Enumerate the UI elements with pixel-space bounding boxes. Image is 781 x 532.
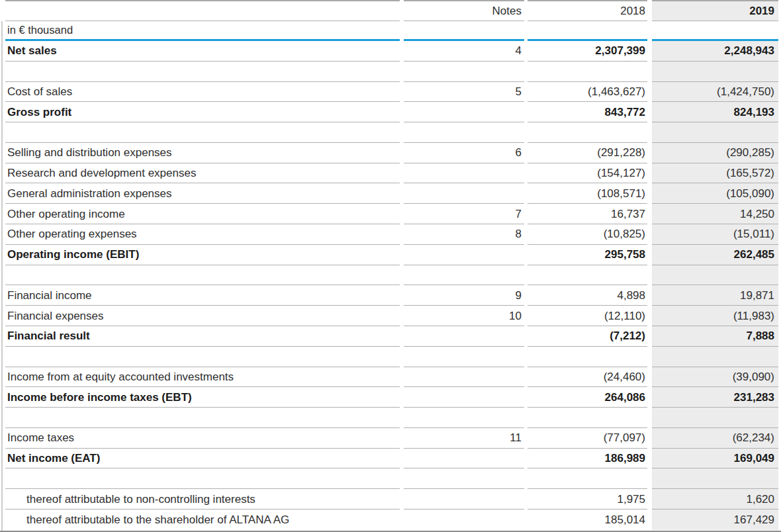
row-value-2019: 19,871 xyxy=(652,285,778,306)
row-value-2019: 167,429 xyxy=(652,510,778,530)
row-value-2018: (108,571) xyxy=(528,183,647,204)
row-value-2019: 824,193 xyxy=(652,102,778,122)
row-value-2019: (290,285) xyxy=(652,143,778,163)
row-label: General administration expenses xyxy=(5,183,400,204)
row-note xyxy=(404,367,524,388)
row-note xyxy=(404,510,524,530)
row-note xyxy=(404,489,524,510)
row-value-2018: (291,228) xyxy=(528,143,647,163)
table-row: Net income (EAT) 186,989 169,049 xyxy=(0,449,781,469)
row-value-2018: 264,086 xyxy=(528,387,647,408)
row-value-2018 xyxy=(528,408,647,428)
row-note xyxy=(404,102,524,122)
row-value-2018: 16,737 xyxy=(528,204,647,224)
table-row: Cost of sales 5 (1,463,627) (1,424,750) xyxy=(0,82,781,103)
row-note: 4 xyxy=(404,41,524,62)
row-value-2019 xyxy=(652,265,778,286)
row-value-2019: 231,283 xyxy=(652,387,778,408)
row-note xyxy=(404,408,524,428)
row-value-2018: (77,097) xyxy=(528,428,647,449)
row-note xyxy=(404,326,524,347)
table-row: Other operating expenses 8 (10,825) (15,… xyxy=(0,224,781,245)
row-value-2018: 295,758 xyxy=(528,245,647,265)
row-label: Selling and distribution expenses xyxy=(5,143,400,163)
row-label: Net sales xyxy=(5,41,400,62)
row-note xyxy=(404,183,524,204)
row-value-2019: 2,248,943 xyxy=(652,41,778,62)
table-row: Income taxes 11 (77,097) (62,234) xyxy=(0,428,781,449)
table-row: Net sales 4 2,307,399 2,248,943 xyxy=(0,41,781,62)
row-note xyxy=(404,265,524,286)
row-label xyxy=(5,347,400,367)
row-label: Cost of sales xyxy=(5,82,400,103)
spacer-row xyxy=(0,468,781,489)
row-value-2018 xyxy=(528,122,647,143)
row-note xyxy=(404,387,524,408)
row-label: Financial expenses xyxy=(5,306,400,326)
row-value-2018: 185,014 xyxy=(528,510,647,530)
table-body: Net sales 4 2,307,399 2,248,943 Cost of … xyxy=(0,41,781,530)
row-value-2018 xyxy=(528,468,647,489)
row-note xyxy=(404,163,524,184)
row-value-2018 xyxy=(528,265,647,286)
row-value-2018: 4,898 xyxy=(528,285,647,306)
row-value-2019: 1,620 xyxy=(652,489,778,510)
column-header-notes: Notes xyxy=(404,0,524,21)
row-value-2019: (62,234) xyxy=(652,428,778,449)
row-note: 5 xyxy=(404,82,524,103)
row-value-2018: 186,989 xyxy=(528,449,647,469)
row-value-2019: 14,250 xyxy=(652,204,778,224)
row-label: Income before income taxes (EBT) xyxy=(5,387,400,408)
table-row: Research and development expenses (154,1… xyxy=(0,163,781,184)
row-label xyxy=(5,468,400,489)
row-note xyxy=(404,62,524,82)
row-note xyxy=(404,449,524,469)
row-label xyxy=(5,62,400,82)
row-label: Income taxes xyxy=(5,428,400,449)
row-note: 6 xyxy=(404,143,524,163)
unit-row-2018-cell xyxy=(528,21,647,41)
row-value-2018: (12,110) xyxy=(528,306,647,326)
row-label: Research and development expenses xyxy=(5,163,400,184)
row-value-2019 xyxy=(652,122,778,143)
row-label: Net income (EAT) xyxy=(5,449,400,469)
table-row: Operating income (EBIT) 295,758 262,485 xyxy=(0,245,781,265)
row-note xyxy=(404,468,524,489)
table-row: Other operating income 7 16,737 14,250 xyxy=(0,204,781,224)
row-note: 8 xyxy=(404,224,524,245)
spacer-row xyxy=(0,408,781,428)
row-value-2019: 262,485 xyxy=(652,245,778,265)
row-label: thereof attributable to non-controlling … xyxy=(5,489,400,510)
row-label: Other operating income xyxy=(5,204,400,224)
table-row: Gross profit 843,772 824,193 xyxy=(0,102,781,122)
row-value-2019: (11,983) xyxy=(652,306,778,326)
row-value-2018: (10,825) xyxy=(528,224,647,245)
row-label: Income from at equity accounted investme… xyxy=(5,367,400,388)
row-label: Financial result xyxy=(5,326,400,347)
column-header-2019: 2019 xyxy=(652,0,778,21)
row-label xyxy=(5,122,400,143)
row-value-2018: (154,127) xyxy=(528,163,647,184)
row-value-2018: 1,975 xyxy=(528,489,647,510)
row-value-2018 xyxy=(528,347,647,367)
table-row: Financial result (7,212) 7,888 xyxy=(0,326,781,347)
row-value-2019 xyxy=(652,62,778,82)
row-value-2018: (1,463,627) xyxy=(528,82,647,103)
row-value-2019: 7,888 xyxy=(652,326,778,347)
table-row: thereof attributable to non-controlling … xyxy=(0,489,781,510)
table-row: Financial expenses 10 (12,110) (11,983) xyxy=(0,306,781,326)
table-row: Selling and distribution expenses 6 (291… xyxy=(0,143,781,163)
table-row: thereof attributable to the shareholder … xyxy=(0,510,781,530)
row-label: thereof attributable to the shareholder … xyxy=(5,510,400,530)
row-label xyxy=(5,265,400,286)
row-value-2018: 843,772 xyxy=(528,102,647,122)
row-label xyxy=(5,408,400,428)
income-statement-table: Notes 2018 2019 in € thousand Net sales … xyxy=(0,0,781,532)
unit-label: in € thousand xyxy=(5,21,400,41)
column-header-empty xyxy=(5,0,400,21)
row-value-2019: (1,424,750) xyxy=(652,82,778,103)
row-label: Operating income (EBIT) xyxy=(5,245,400,265)
unit-row-2019-cell xyxy=(652,21,778,41)
spacer-row xyxy=(0,122,781,143)
unit-row-notes-cell xyxy=(404,21,524,41)
